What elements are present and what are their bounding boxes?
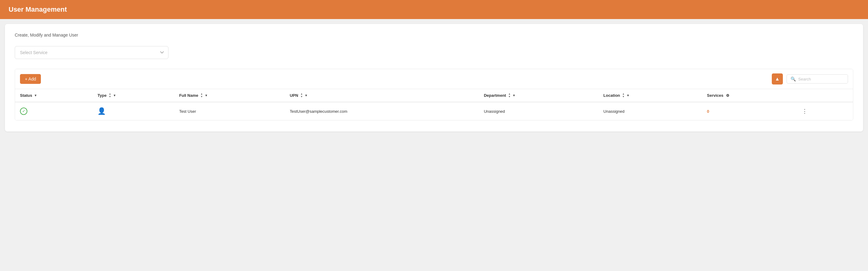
row-actions-button[interactable]: ⋮ bbox=[800, 107, 810, 116]
sort-down-icon-dept[interactable]: ▼ bbox=[508, 96, 510, 98]
filter-icon-upn[interactable]: ▼ bbox=[305, 94, 308, 97]
sort-up-icon-dept[interactable]: ▲ bbox=[508, 93, 510, 95]
toolbar-right: ▲ 🔍 bbox=[772, 73, 848, 84]
filter-icon-fullname[interactable]: ▼ bbox=[205, 94, 208, 97]
status-icon: ✓ bbox=[20, 107, 27, 115]
search-input[interactable] bbox=[798, 77, 844, 81]
cell-services: 0 bbox=[702, 102, 795, 120]
cell-status: ✓ bbox=[15, 102, 93, 120]
filter-icon-dept[interactable]: ▼ bbox=[513, 94, 516, 97]
sort-down-icon-upn[interactable]: ▼ bbox=[300, 96, 303, 98]
col-department: Department ▲ ▼ ▼ bbox=[479, 89, 598, 102]
col-actions bbox=[795, 89, 853, 102]
subtitle: Create, Modify and Manage User bbox=[15, 33, 853, 37]
cell-type: 👤 bbox=[93, 102, 174, 120]
content-card: Create, Modify and Manage User Select Se… bbox=[5, 24, 863, 132]
table-row: ✓👤Test UserTestUser@samplecustomer.comUn… bbox=[15, 102, 853, 120]
sort-down-icon-fullname[interactable]: ▼ bbox=[200, 96, 203, 98]
sort-up-icon-upn[interactable]: ▲ bbox=[300, 93, 303, 95]
upload-button[interactable]: ▲ bbox=[772, 73, 783, 84]
sort-down-icon[interactable]: ▼ bbox=[109, 96, 111, 98]
col-upn: UPN ▲ ▼ ▼ bbox=[285, 89, 479, 102]
col-status: Status ▼ bbox=[15, 89, 93, 102]
filter-icon-loc[interactable]: ▼ bbox=[626, 94, 629, 97]
filter-icon[interactable]: ▼ bbox=[34, 94, 37, 97]
col-location: Location ▲ ▼ ▼ bbox=[598, 89, 702, 102]
users-table: Status ▼ Type ▲ ▼ ▼ bbox=[15, 89, 853, 120]
cell-full-name: Test User bbox=[174, 102, 285, 120]
settings-icon[interactable]: ⚙ bbox=[726, 93, 730, 98]
table-header-row: Status ▼ Type ▲ ▼ ▼ bbox=[15, 89, 853, 102]
sort-up-icon-fullname[interactable]: ▲ bbox=[200, 93, 203, 95]
table-toolbar: + Add ▲ 🔍 bbox=[15, 69, 853, 89]
sort-up-icon-loc[interactable]: ▲ bbox=[622, 93, 625, 95]
col-type: Type ▲ ▼ ▼ bbox=[93, 89, 174, 102]
table-section: + Add ▲ 🔍 Status ▼ bbox=[15, 69, 853, 121]
page-title: User Management bbox=[9, 5, 859, 13]
add-button[interactable]: + Add bbox=[20, 74, 41, 84]
col-services: Services ⚙ bbox=[702, 89, 795, 102]
cell-actions: ⋮ bbox=[795, 102, 853, 120]
page-header: User Management bbox=[0, 0, 868, 19]
user-type-icon: 👤 bbox=[97, 107, 106, 115]
cell-department: Unassigned bbox=[479, 102, 598, 120]
col-full-name: Full Name ▲ ▼ ▼ bbox=[174, 89, 285, 102]
cell-location: Unassigned bbox=[598, 102, 702, 120]
filter-icon-type[interactable]: ▼ bbox=[113, 94, 116, 97]
sort-down-icon-loc[interactable]: ▼ bbox=[622, 96, 625, 98]
services-count: 0 bbox=[707, 109, 709, 114]
select-service-dropdown[interactable]: Select Service bbox=[15, 46, 168, 59]
upload-icon: ▲ bbox=[775, 76, 780, 82]
sort-up-icon[interactable]: ▲ bbox=[109, 93, 111, 95]
select-service-wrapper: Select Service bbox=[15, 46, 168, 59]
search-icon: 🔍 bbox=[790, 76, 796, 81]
cell-upn: TestUser@samplecustomer.com bbox=[285, 102, 479, 120]
search-box: 🔍 bbox=[786, 74, 848, 83]
